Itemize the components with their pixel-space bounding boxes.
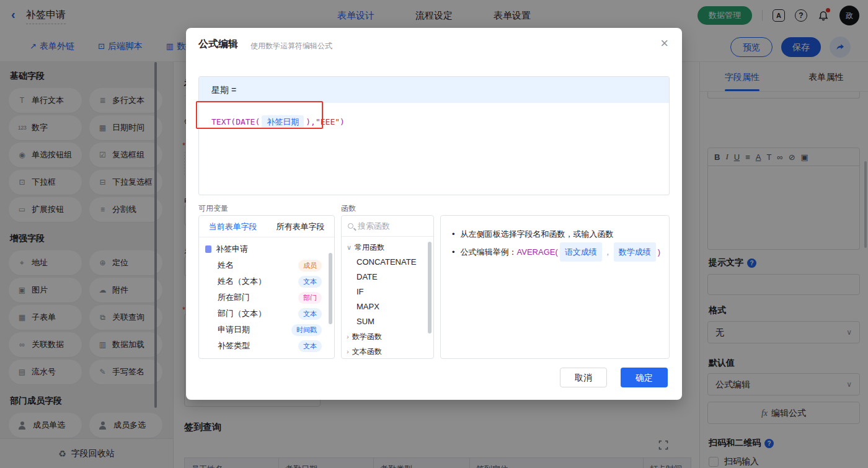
tree-root-form[interactable]: 补签申请 [199,241,334,257]
formula-functions: TEXT(DATE( [211,117,260,126]
variables-label: 可用变量 [198,203,228,214]
cancel-button[interactable]: 取消 [560,368,607,387]
function-item[interactable]: CONCATENATE [342,255,433,270]
variable-row[interactable]: 申请日期时间戳 [199,322,334,338]
confirm-button[interactable]: 确定 [621,368,668,387]
formula-string-literal: "EEE" [316,117,340,126]
caret-right-icon: › [347,333,349,340]
tab-all-form-fields[interactable]: 所有表单字段 [267,216,334,237]
variables-scrollbar[interactable] [329,253,332,324]
function-item[interactable]: DATE [342,270,433,285]
formula-editor[interactable]: 星期 = TEXT(DATE(补签日期),"EEE") [198,76,670,195]
form-doc-icon [205,245,211,253]
function-group-common[interactable]: ∨常用函数 [342,240,433,255]
functions-list: ∨常用函数 CONCATENATE DATE IF MAPX SUM ›数学函数… [342,237,433,359]
type-badge: 部门 [298,292,322,304]
help-line-1: •从左侧面板选择字段名和函数，或输入函数 [452,226,658,242]
example-token: 语文成绩 [560,242,602,262]
function-search [342,216,433,237]
caret-down-icon: ∨ [347,244,352,251]
variables-tree: 补签申请 姓名成员 姓名（文本）文本 所在部门部门 部门（文本）文本 申请日期时… [199,237,334,354]
variable-row[interactable]: 姓名（文本）文本 [199,273,334,289]
function-item[interactable]: IF [342,285,433,299]
type-badge: 时间戳 [291,324,322,336]
functions-label: 函数 [341,203,356,214]
tab-current-form-fields[interactable]: 当前表单字段 [199,216,267,237]
search-icon [348,223,353,229]
caret-right-icon: › [347,348,349,355]
modal-subtitle: 使用数学运算符编辑公式 [250,41,332,51]
modal-title: 公式编辑 [198,38,238,51]
formula-target-bar: 星期 = [199,77,669,103]
help-line-example: •公式编辑举例：AVERAGE(语文成绩，数学成绩) [452,242,658,262]
formula-edit-modal: 公式编辑 使用数学运算符编辑公式 × 星期 = TEXT(DATE(补签日期),… [186,28,682,400]
function-group-text[interactable]: ›文本函数 [342,344,433,359]
function-item[interactable]: SUM [342,314,433,329]
type-badge: 文本 [298,340,322,352]
functions-scrollbar[interactable] [428,242,432,333]
function-item[interactable]: MAPX [342,299,433,314]
formula-help-panel: •从左侧面板选择字段名和函数，或输入函数 •公式编辑举例：AVERAGE(语文成… [440,215,670,359]
variable-row[interactable]: 所在部门部门 [199,289,334,306]
example-token: 数学成绩 [614,242,656,262]
function-search-input[interactable] [358,221,417,231]
variable-row[interactable]: 补签类型文本 [199,338,334,354]
formula-code-area[interactable]: TEXT(DATE(补签日期),"EEE") [199,103,669,129]
function-group-math[interactable]: ›数学函数 [342,329,433,344]
variables-tabs: 当前表单字段 所有表单字段 [199,216,334,237]
type-badge: 文本 [298,308,322,320]
close-icon[interactable]: × [660,35,668,51]
variable-row[interactable]: 姓名成员 [199,257,334,273]
field-token[interactable]: 补签日期 [262,115,304,129]
variables-panel: 当前表单字段 所有表单字段 补签申请 姓名成员 姓名（文本）文本 所在部门部门 … [198,215,335,359]
variable-row[interactable]: 部门（文本）文本 [199,306,334,322]
type-badge: 文本 [298,276,322,288]
type-badge: 成员 [298,260,322,272]
functions-panel: ∨常用函数 CONCATENATE DATE IF MAPX SUM ›数学函数… [341,215,434,359]
